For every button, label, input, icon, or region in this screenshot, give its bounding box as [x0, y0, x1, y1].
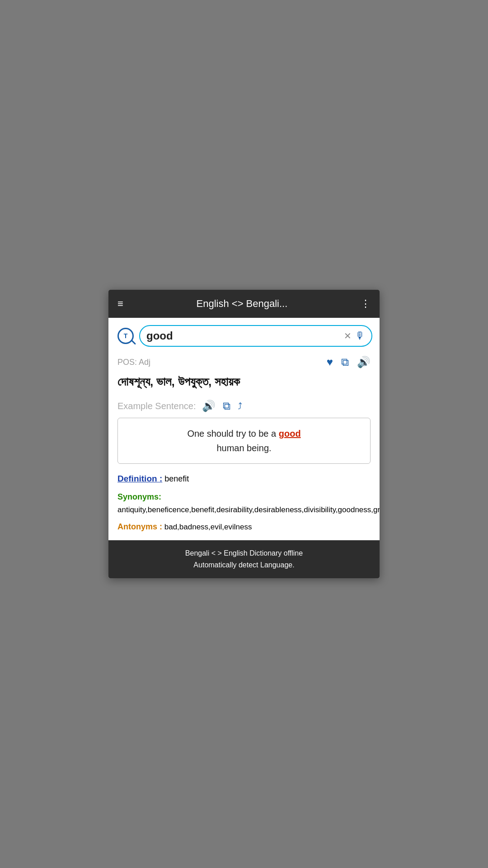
example-share-icon[interactable]: ⤴ — [238, 401, 242, 411]
antonyms-label: Antonyms : — [117, 522, 162, 531]
definition-label: Definition : — [117, 474, 162, 483]
synonyms-row: Synonyms: antiquity,beneficence,benefit,… — [117, 491, 371, 516]
app-footer: Bengali < > English Dictionary offline A… — [108, 540, 380, 578]
antonyms-row: Antonyms : bad,badness,evil,evilness — [117, 520, 371, 533]
copy-icon[interactable]: ⧉ — [341, 356, 349, 368]
search-input-wrapper[interactable]: ✕ 🎙 — [139, 325, 372, 347]
menu-icon[interactable]: ≡ — [117, 298, 123, 310]
example-box: One should try to be a good human being. — [117, 418, 371, 464]
footer-line2: Automatically detect Language. — [117, 559, 371, 571]
example-icons: 🔊 ⧉ ⤴ — [202, 400, 242, 412]
main-content: POS: Adj ♥ ⧉ 🔊 দোষশূন্য, ভাল, উপযুক্ত, স… — [108, 350, 380, 540]
speaker-icon[interactable]: 🔊 — [357, 356, 371, 368]
clear-icon[interactable]: ✕ — [344, 330, 352, 341]
search-input[interactable] — [146, 330, 340, 342]
bengali-translation: দোষশূন্য, ভাল, উপযুক্ত, সহায়ক — [117, 373, 371, 391]
example-highlight-word: good — [279, 429, 301, 439]
favorite-icon[interactable]: ♥ — [327, 356, 333, 368]
app-container: ≡ English <> Bengali... ⋮ T ✕ 🎙 POS: Adj… — [108, 290, 380, 578]
example-text-before: One should try to be a — [187, 429, 276, 439]
mic-icon[interactable]: 🎙 — [355, 330, 365, 342]
app-header: ≡ English <> Bengali... ⋮ — [108, 290, 380, 318]
example-speaker-icon[interactable]: 🔊 — [202, 400, 216, 412]
antonyms-value: bad,badness,evil,evilness — [164, 523, 252, 531]
example-copy-icon[interactable]: ⧉ — [223, 400, 230, 412]
search-area: T ✕ 🎙 — [108, 318, 380, 350]
definition-value: benefit — [164, 474, 189, 483]
synonyms-value: antiquity,beneficence,benefit,desirabili… — [117, 505, 380, 514]
definition-row: Definition : benefit — [117, 472, 371, 486]
header-title: English <> Bengali... — [131, 298, 353, 310]
example-label-row: Example Sentence: 🔊 ⧉ ⤴ — [117, 400, 371, 412]
action-icons: ♥ ⧉ 🔊 — [327, 356, 371, 368]
more-options-icon[interactable]: ⋮ — [361, 298, 371, 310]
translate-search-icon: T — [116, 326, 136, 346]
example-text-after: human being. — [216, 443, 271, 453]
pos-row: POS: Adj ♥ ⧉ 🔊 — [117, 356, 371, 368]
example-sentence-label: Example Sentence: — [117, 401, 196, 411]
pos-label: POS: Adj — [117, 358, 150, 367]
synonyms-label: Synonyms: — [117, 492, 161, 501]
footer-line1: Bengali < > English Dictionary offline — [117, 547, 371, 559]
